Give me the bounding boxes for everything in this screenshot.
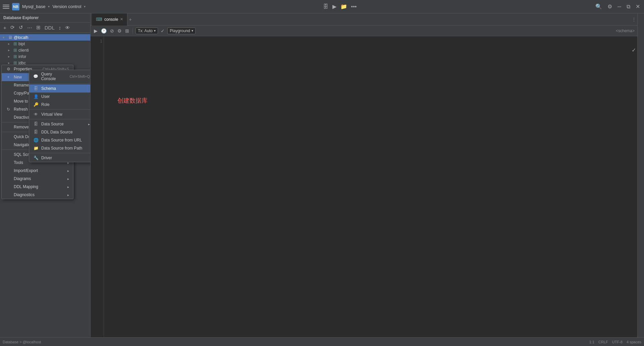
titlebar-center: 🗄 ▶ 📁 ••• (88, 3, 591, 10)
tree-item-clienti[interactable]: ▸ ⊞ clienti (0, 47, 90, 53)
checkmark-icon: ✓ (632, 47, 636, 53)
queryconsole-icon: 💬 (33, 74, 38, 79)
submenu-schema-label: Schema (41, 86, 56, 91)
statusbar-encoding: UTF-8 (612, 340, 623, 344)
datasource-icon: 🗄 (33, 122, 39, 126)
context-menu-diagrams[interactable]: Diagrams ▸ (2, 175, 73, 183)
context-menu-ddlmapping-label: DDL Mapping (14, 184, 38, 189)
close-button[interactable]: ✕ (634, 3, 641, 10)
context-menu-importexport[interactable]: Import/Export ▸ (2, 167, 73, 175)
importexport-chevron-icon: ▸ (67, 169, 69, 173)
code-area[interactable] (104, 36, 637, 337)
table-icon[interactable]: ⊞ (35, 24, 42, 31)
submenu-datasource-label: Data Source (41, 122, 64, 126)
submenu-separator-3 (29, 119, 90, 119)
submenu-new-datasource[interactable]: 🗄 Data Source ▸ (29, 120, 90, 128)
context-menu-ddlmapping[interactable]: DDL Mapping ▸ (2, 183, 73, 191)
tx-dropdown[interactable]: Tx: Auto ▾ (136, 27, 158, 34)
run-query-button[interactable]: ▶ (93, 27, 98, 34)
statusbar-position: 1:1 (589, 340, 594, 344)
submenu-user-label: User (41, 94, 50, 99)
virtualview-icon: 👁 (33, 112, 39, 117)
add-datasource-button[interactable]: + (2, 24, 8, 31)
version-control[interactable]: Version control (52, 4, 81, 9)
database-icon: ⊞ (13, 41, 17, 46)
tree-chevron-icon: ▸ (8, 48, 12, 52)
submenu-new-user[interactable]: 👤 User (29, 93, 90, 101)
schema-icon: 🗄 (33, 86, 39, 91)
statusbar-left: Database > @localhost (3, 340, 41, 344)
titlebar-right: 🔍 ⚙ ─ ⧉ ✕ (594, 3, 641, 10)
run-icon[interactable]: ▶ (332, 3, 336, 10)
cancel-button[interactable]: ⊘ (109, 27, 115, 34)
submenu-new-datasourceurl[interactable]: 🌐 Data Source from URL (29, 136, 90, 144)
tree-item-localhost[interactable]: ▾ 🖥 @localh (0, 34, 90, 41)
database-icon[interactable]: 🗄 (323, 4, 328, 10)
commit-button[interactable]: ✓ (160, 27, 165, 34)
project-name[interactable]: Mysql_base (22, 4, 45, 9)
context-menu-diagnostics[interactable]: Diagnostics ▸ (2, 191, 73, 199)
tree-chevron-icon: ▸ (8, 42, 12, 46)
ddl-button[interactable]: DDL (43, 24, 56, 31)
hamburger-menu-icon[interactable] (3, 3, 9, 10)
submenu-virtualview-label: Virtual View (41, 112, 62, 117)
console-tab-close[interactable]: ✕ (120, 17, 123, 21)
submenu-new-driver[interactable]: 🔧 Driver (29, 154, 90, 162)
submenu-driver-label: Driver (41, 156, 52, 160)
app-logo: NB (12, 3, 19, 10)
statusbar-lineending: CRLF (598, 340, 608, 344)
context-menu-tools-label: Tools (14, 160, 23, 165)
driver-icon: 🔧 (33, 156, 39, 160)
more-options-icon[interactable]: ••• (351, 4, 357, 10)
submenu-new-queryconsole[interactable]: 💬 Query Console Ctrl+Shift+Q (29, 70, 90, 83)
database-icon: ⊞ (13, 54, 17, 59)
submenu-queryconsole-label: Query Console (41, 72, 67, 81)
restore-button[interactable]: ⧉ (625, 3, 632, 10)
sidebar-content: ▾ 🖥 @localh ▸ ⊞ bipt ▸ ⊞ clienti ▸ ⊞ inf… (0, 33, 90, 337)
diagrams-chevron-icon: ▸ (67, 177, 69, 181)
tab-bar: ⌨ console ✕ + ⋮ (91, 13, 637, 25)
tx-chevron-icon: ▾ (154, 29, 156, 33)
more-options-button[interactable]: ⋯ (26, 24, 34, 31)
submenu-role-label: Role (41, 102, 50, 107)
context-menu-diagnostics-label: Diagnostics (14, 192, 35, 197)
reload-button[interactable]: ↺ (17, 24, 24, 31)
eye-button[interactable]: 👁 (64, 24, 71, 31)
submenu-ddldatasource-label: DDL Data Source (41, 130, 73, 134)
console-tab[interactable]: ⌨ console ✕ (92, 13, 127, 25)
folder-icon[interactable]: 📁 (340, 3, 347, 10)
tx-label: Tx: Auto (138, 28, 153, 33)
new-tab-button[interactable]: + (129, 17, 131, 22)
playground-chevron-icon: ▾ (192, 29, 193, 33)
console-tab-icon: ⌨ (96, 17, 102, 22)
datasource-chevron-icon: ▸ (88, 122, 90, 126)
run-history-button[interactable]: 🕐 (100, 27, 107, 34)
sort-button[interactable]: ↕ (57, 24, 63, 31)
statusbar-right: 1:1 CRLF UTF-8 4 spaces (589, 340, 641, 344)
submenu-new-ddldatasource[interactable]: 🗄 DDL Data Source (29, 128, 90, 136)
role-icon: 🔑 (33, 102, 39, 107)
tree-item-label: clienti (18, 48, 29, 53)
sidebar-header: Database Explorer (0, 13, 90, 22)
submenu-new: 💬 Query Console Ctrl+Shift+Q 🗄 Schema 👤 (29, 70, 90, 162)
submenu-new-virtualview[interactable]: 👁 Virtual View (29, 110, 90, 118)
tree-item-bipt[interactable]: ▸ ⊞ bipt (0, 41, 90, 47)
refresh-button[interactable]: ⟳ (9, 24, 16, 31)
submenu-new-datasourcepath[interactable]: 📁 Data Source from Path (29, 144, 90, 152)
table-view-button[interactable]: ⊞ (124, 27, 130, 34)
minimize-button[interactable]: ─ (616, 3, 623, 10)
statusbar: Database > @localhost 1:1 CRLF UTF-8 4 s… (0, 337, 644, 346)
tree-chevron-icon: ▸ (8, 61, 12, 65)
playground-label: Playground (170, 28, 190, 33)
submenu-new-schema[interactable]: 🗄 Schema (29, 84, 90, 93)
version-control-chevron-icon: ▾ (84, 5, 86, 8)
search-icon[interactable]: 🔍 (594, 3, 603, 10)
submenu-new-role[interactable]: 🔑 Role (29, 101, 90, 109)
playground-dropdown[interactable]: Playground ▾ (167, 27, 196, 34)
tree-chevron-icon: ▸ (8, 55, 12, 58)
settings-query-button[interactable]: ⚙ (117, 27, 122, 34)
tab-options-icon[interactable]: ⋮ (632, 17, 636, 22)
tree-item-infor[interactable]: ▸ ⊞ infor (0, 53, 90, 60)
settings-icon[interactable]: ⚙ (606, 3, 613, 10)
submenu-separator-4 (29, 153, 90, 153)
